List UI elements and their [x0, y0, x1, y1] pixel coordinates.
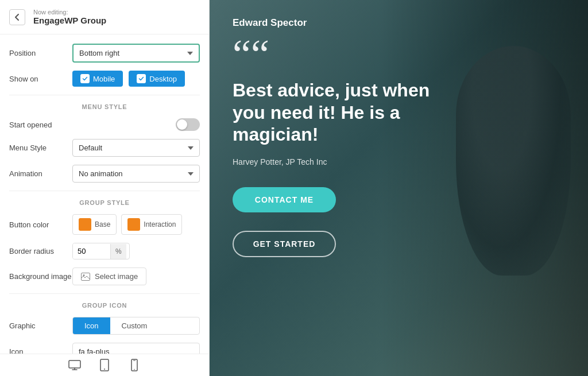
image-icon [81, 273, 90, 281]
interaction-color-swatch [127, 218, 140, 231]
preview-panel: Edward Spector ““ Best advice, just when… [210, 0, 588, 376]
checkbox-group: Mobile Desktop [72, 71, 200, 87]
desktop-check-icon [137, 74, 146, 83]
interaction-label: Interaction [144, 220, 176, 228]
show-on-label: Show on [9, 75, 72, 83]
header-text: Now editing: EngageWP Group [33, 9, 106, 25]
menu-style-label: Menu Style [9, 144, 72, 152]
position-label: Position [9, 49, 72, 57]
border-radius-control: % [72, 243, 200, 259]
border-radius-input[interactable] [73, 243, 110, 259]
border-radius-label: Border radius [9, 247, 72, 255]
desktop-checkbox-btn[interactable]: Desktop [129, 71, 185, 87]
background-image-row: Background image Select image [9, 268, 200, 285]
color-group: Base Interaction [72, 214, 200, 235]
cta-buttons: CONTACT ME GET STARTED [233, 187, 565, 257]
position-row: Position Bottom right [9, 44, 200, 63]
graphic-row: Graphic Icon Custom [9, 317, 200, 335]
position-control: Bottom right [72, 44, 200, 63]
panel-header: Now editing: EngageWP Group [0, 0, 209, 34]
animation-row: Animation No animation [9, 165, 200, 183]
svg-point-6 [134, 369, 135, 370]
tablet-icon[interactable] [98, 359, 111, 371]
desktop-icon[interactable] [68, 359, 81, 371]
menu-style-row: Menu Style Default [9, 139, 200, 157]
button-color-label: Button color [9, 220, 72, 229]
base-label: Base [95, 220, 110, 228]
show-on-control: Mobile Desktop [72, 71, 200, 87]
border-radius-suffix: % [110, 244, 126, 259]
desktop-label: Desktop [149, 75, 177, 83]
svg-point-4 [104, 369, 105, 370]
custom-graphic-btn[interactable]: Custom [110, 317, 159, 334]
select-image-button[interactable]: Select image [72, 268, 146, 285]
graphic-label: Graphic [9, 321, 72, 330]
quote-mark: ““ [233, 40, 565, 69]
svg-rect-2 [69, 361, 80, 368]
base-color-swatch [79, 218, 91, 231]
position-select[interactable]: Bottom right [72, 44, 200, 63]
divider-3 [9, 293, 200, 294]
divider-2 [9, 191, 200, 191]
desktop-device-icon [68, 359, 81, 371]
background-image-control: Select image [72, 268, 200, 285]
preview-name: Edward Spector [233, 17, 565, 29]
mobile-checkbox-btn[interactable]: Mobile [72, 71, 123, 87]
show-on-row: Show on Mobile [9, 71, 200, 87]
animation-control: No animation [72, 165, 200, 183]
divider-1 [9, 95, 200, 95]
now-editing-label: Now editing: [33, 9, 106, 15]
border-radius-input-wrap: % [72, 243, 130, 259]
group-icon-section-title: GROUP ICON [9, 302, 200, 309]
mobile-label: Mobile [93, 75, 115, 83]
button-color-row: Button color Base Interaction [9, 214, 200, 235]
menu-style-control: Default [72, 139, 200, 157]
mobile-check-icon [80, 74, 90, 83]
graphic-toggle-group: Icon Custom [72, 317, 200, 335]
interaction-color-btn[interactable]: Interaction [121, 214, 182, 235]
start-opened-toggle[interactable] [176, 118, 200, 131]
quote-author: Harvey Potter, JP Tech Inc [233, 157, 565, 166]
group-name: EngageWP Group [33, 15, 106, 25]
icon-label: Icon [9, 347, 72, 354]
toggle-control [72, 118, 200, 131]
icon-input[interactable] [72, 343, 200, 354]
get-started-button[interactable]: GET STARTED [233, 231, 336, 257]
select-image-label: Select image [95, 272, 138, 281]
icon-control [72, 343, 200, 354]
start-opened-label: Start opened [9, 121, 72, 129]
contact-me-button[interactable]: CONTACT ME [233, 187, 336, 212]
start-opened-row: Start opened [9, 118, 200, 131]
menu-style-select[interactable]: Default [72, 139, 200, 157]
panel-footer [0, 354, 209, 376]
animation-label: Animation [9, 169, 72, 178]
border-radius-row: Border radius % [9, 243, 200, 259]
mobile-device-icon [128, 359, 141, 371]
back-button[interactable] [9, 9, 25, 25]
button-color-control: Base Interaction [72, 214, 200, 235]
group-style-section-title: GROUP STYLE [9, 199, 200, 206]
icon-row: Icon [9, 343, 200, 354]
base-color-btn[interactable]: Base [72, 214, 117, 235]
tablet-device-icon [98, 359, 111, 371]
left-panel: Now editing: EngageWP Group Position Bot… [0, 0, 210, 376]
menu-style-section-title: MENU STYLE [9, 103, 200, 110]
background-image-label: Background image [9, 272, 72, 281]
preview-content: Edward Spector ““ Best advice, just when… [210, 0, 588, 376]
panel-content: Position Bottom right Show on [0, 34, 209, 354]
graphic-control: Icon Custom [72, 317, 200, 335]
icon-graphic-btn[interactable]: Icon [73, 317, 110, 334]
animation-select[interactable]: No animation [72, 165, 200, 183]
mobile-icon[interactable] [128, 359, 141, 371]
quote-text: Best advice, just when you need it! He i… [233, 79, 439, 145]
